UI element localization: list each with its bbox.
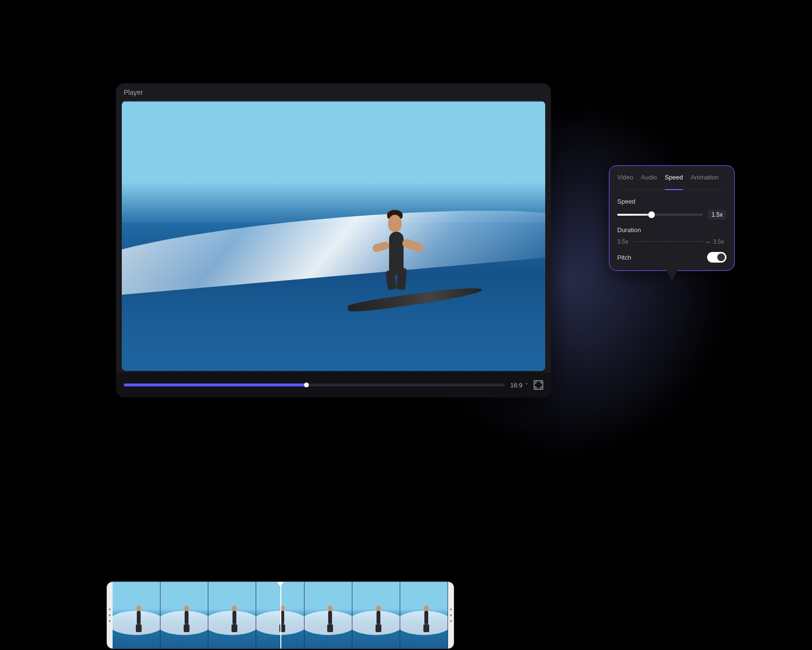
tab-video[interactable]: Video [617, 174, 633, 185]
speed-slider-row: 1.5x [617, 210, 726, 220]
pitch-row: Pitch [617, 252, 726, 263]
tab-animation[interactable]: Animation [691, 174, 719, 185]
timeline-bar[interactable]: 16:9 ˅ [116, 372, 551, 398]
timeline-track[interactable] [124, 384, 505, 386]
player-titlebar: Player [116, 83, 551, 102]
filmstrip-frames [113, 582, 448, 649]
aspect-ratio-value: 16:9 [510, 382, 522, 389]
filmstrip [106, 581, 454, 649]
video-area[interactable] [122, 101, 545, 371]
surfer-figure [379, 193, 418, 290]
duration-arrow-icon: → [704, 238, 711, 246]
panel-tabs: Video Audio Speed Animation [617, 174, 726, 190]
fullscreen-button[interactable] [534, 380, 543, 390]
tab-speed[interactable]: Speed [665, 174, 683, 185]
chevron-down-icon: ˅ [525, 383, 528, 388]
duration-section-label: Duration [617, 226, 726, 234]
duration-track: → [635, 241, 709, 242]
filmstrip-playhead[interactable] [280, 582, 281, 649]
duration-start: 3.5s [617, 238, 631, 245]
filmstrip-frame-6[interactable] [352, 582, 400, 649]
filmstrip-edge-left [107, 582, 113, 649]
filmstrip-frame-2[interactable] [160, 582, 208, 649]
filmstrip-frame-1[interactable] [113, 582, 160, 649]
video-content [122, 101, 545, 371]
toggle-knob [717, 253, 725, 261]
tab-audio[interactable]: Audio [641, 174, 657, 185]
speed-value: 1.5x [708, 210, 726, 220]
timeline-progress [124, 384, 306, 386]
speed-panel: Video Audio Speed Animation Speed 1.5x D… [609, 165, 735, 271]
duration-row: 3.5s → 3.5s [617, 238, 726, 245]
fullscreen-icon [535, 382, 542, 388]
pitch-label: Pitch [617, 254, 631, 261]
surfer-legs [387, 268, 406, 290]
pitch-toggle[interactable] [707, 252, 726, 263]
panel-connector-arrow [666, 270, 678, 281]
filmstrip-frame-7[interactable] [400, 582, 448, 649]
player-window: Player [116, 83, 551, 398]
speed-slider-thumb[interactable] [648, 211, 655, 218]
duration-end: 3.5s [713, 238, 726, 245]
surfer-head [388, 215, 402, 232]
timeline-playhead[interactable] [304, 383, 309, 387]
filmstrip-frame-3[interactable] [208, 582, 256, 649]
main-scene: Player [116, 59, 696, 591]
player-title: Player [124, 89, 143, 96]
speed-slider-fill [617, 214, 652, 216]
filmstrip-frame-5[interactable] [304, 582, 352, 649]
speed-slider-track[interactable] [617, 214, 703, 216]
surfer-leg-right [396, 268, 407, 290]
filmstrip-edge-right [448, 582, 454, 649]
speed-section-label: Speed [617, 198, 726, 205]
surfer-leg-left [386, 270, 397, 290]
aspect-ratio-control[interactable]: 16:9 ˅ [510, 382, 528, 389]
